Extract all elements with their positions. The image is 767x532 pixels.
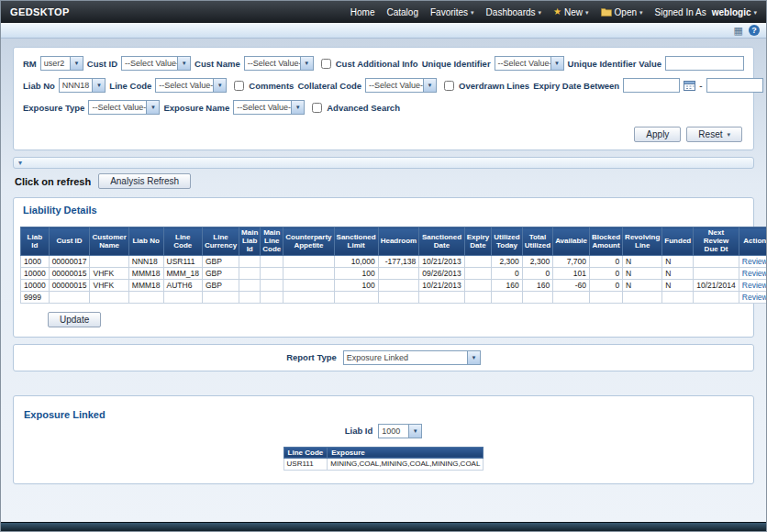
- cust-name-select-value: --Select Value--: [245, 59, 300, 68]
- column-header: Next Review Due Dt: [694, 227, 739, 256]
- exposure-type-select-value: --Select Value--: [89, 103, 146, 112]
- column-header: Blocked Amount: [589, 227, 622, 256]
- exposure-table-header: Line CodeExposure: [283, 447, 484, 458]
- cust-id-label: Cust ID: [87, 59, 117, 69]
- nav-dashboards-label: Dashboards: [486, 7, 536, 17]
- table-row[interactable]: 100000000017NNN18USR111GBP10,000-177,138…: [21, 255, 767, 267]
- table-row[interactable]: 9999ReviewN: [21, 291, 767, 303]
- reset-button[interactable]: Reset▾: [686, 127, 742, 142]
- calendar-icon[interactable]: [684, 80, 695, 91]
- exposure-name-label: Exposure Name: [163, 103, 229, 113]
- review-link[interactable]: Review: [742, 293, 766, 302]
- new-icon: ★: [553, 7, 561, 17]
- unique-identifier-select-value: --Select Value--: [495, 59, 550, 68]
- line-code-select[interactable]: --Select Value--▼: [155, 78, 227, 93]
- table-row[interactable]: USR111MINING,COAL,MINING,COAL,MINING,COA…: [283, 458, 484, 470]
- table-cell: 1000: [21, 255, 50, 267]
- overdrawn-lines-checkbox[interactable]: [444, 81, 454, 91]
- cust-name-select[interactable]: --Select Value--▼: [244, 56, 314, 71]
- table-cell: GBP: [202, 255, 239, 267]
- signed-in-menu[interactable]: Signed In Asweblogic▾: [655, 7, 757, 17]
- expiry-date-from-input[interactable]: [623, 78, 680, 93]
- expiry-date-to-input[interactable]: [706, 78, 763, 93]
- cust-id-select[interactable]: --Select Value--▼: [121, 56, 191, 71]
- table-cell: 2,300: [492, 255, 522, 267]
- cust-name-label: Cust Name: [195, 59, 240, 69]
- table-cell: [589, 291, 622, 303]
- table-cell: [261, 291, 283, 303]
- advanced-search-checkbox[interactable]: [312, 103, 322, 113]
- table-cell: [492, 291, 522, 303]
- nav-catalog[interactable]: Catalog: [387, 7, 418, 17]
- chevron-down-icon: ▼: [70, 57, 83, 70]
- table-row[interactable]: 1000000000015VHFKMMM18MMM_18GBP10009/26/…: [21, 267, 767, 279]
- collapse-icon[interactable]: ▾: [18, 160, 22, 167]
- application-window: GEDSKTOP Home Catalog Favorites▾ Dashboa…: [0, 0, 767, 532]
- table-cell: 00000015: [49, 267, 90, 279]
- liability-table-header: Liab IdCust IDCustomer NameLiab NoLine C…: [21, 227, 767, 256]
- comments-label: Comments: [249, 81, 294, 91]
- table-cell: [202, 291, 239, 303]
- unique-identifier-label: Unique Identifier: [422, 59, 491, 69]
- table-cell: 10/21/2013: [419, 255, 465, 267]
- rm-select[interactable]: user2▼: [40, 56, 83, 71]
- liab-no-select[interactable]: NNN18▼: [59, 78, 106, 93]
- table-cell: [239, 267, 261, 279]
- update-button[interactable]: Update: [48, 312, 101, 327]
- column-header: Liab No: [128, 227, 163, 256]
- table-cell: 10/21/2013: [419, 279, 465, 291]
- table-cell: N: [623, 255, 662, 267]
- table-cell: 10/21/2014: [694, 279, 739, 291]
- table-cell: [334, 291, 378, 303]
- toolbar-grid-icon[interactable]: ▦: [734, 26, 743, 36]
- nav-favorites[interactable]: Favorites▾: [430, 7, 474, 17]
- review-link[interactable]: Review: [742, 269, 766, 278]
- unique-identifier-value-input[interactable]: [665, 56, 744, 71]
- unique-identifier-select[interactable]: --Select Value--▼: [495, 56, 564, 71]
- expiry-date-between-text: Between: [584, 81, 619, 91]
- column-header: Line Currency: [202, 227, 239, 256]
- table-cell: -60: [553, 279, 590, 291]
- table-cell: N: [623, 279, 662, 291]
- liab-id-row: Liab Id 1000▼: [345, 424, 423, 438]
- table-cell: [261, 267, 283, 279]
- nav-dashboards[interactable]: Dashboards▾: [486, 7, 541, 17]
- review-link[interactable]: Review: [742, 257, 766, 266]
- table-cell: [49, 291, 90, 303]
- exposure-type-select[interactable]: --Select Value--▼: [88, 100, 160, 115]
- search-filter-panel: RM user2▼ Cust ID --Select Value--▼ Cust…: [13, 47, 754, 150]
- report-type-select[interactable]: Exposure Linked▼: [343, 350, 481, 365]
- exposure-table-body: USR111MINING,COAL,MINING,COAL,MINING,COA…: [283, 458, 484, 470]
- apply-button[interactable]: Apply: [634, 127, 681, 142]
- nav-new[interactable]: ★New▾: [553, 7, 589, 17]
- report-type-panel: Report Type Exposure Linked▼: [13, 344, 754, 371]
- table-cell: 09/26/2013: [419, 267, 465, 279]
- chevron-down-icon: ▼: [408, 425, 421, 438]
- analysis-refresh-button[interactable]: Analysis Refresh: [98, 173, 191, 189]
- nav-home[interactable]: Home: [350, 7, 375, 17]
- global-nav: Home Catalog Favorites▾ Dashboards▾ ★New…: [350, 7, 757, 17]
- review-link[interactable]: Review: [742, 281, 766, 290]
- exposure-name-select[interactable]: --Select Value--▼: [233, 100, 305, 115]
- update-button-label: Update: [60, 315, 89, 325]
- liab-no-label: Liab No: [23, 81, 55, 91]
- table-header-row: Line CodeExposure: [283, 447, 484, 458]
- table-cell: GBP: [202, 267, 239, 279]
- table-cell: [464, 255, 491, 267]
- table-cell: [239, 255, 261, 267]
- column-header: Exposure: [328, 447, 484, 458]
- cust-additional-info-checkbox[interactable]: [321, 59, 331, 69]
- help-icon[interactable]: ?: [749, 25, 760, 36]
- column-header: Sanctioned Limit: [334, 227, 378, 256]
- chevron-down-icon: ▼: [300, 57, 313, 70]
- collateral-code-select[interactable]: --Select Value--▼: [365, 78, 437, 93]
- chevron-down-icon: ▼: [550, 57, 563, 70]
- chevron-down-icon: ▼: [291, 101, 304, 114]
- comments-checkbox[interactable]: [234, 81, 244, 91]
- nav-open[interactable]: Open▾: [601, 7, 643, 17]
- column-header: Available: [553, 227, 590, 256]
- table-cell: GBP: [202, 279, 239, 291]
- table-cell: 160: [522, 279, 552, 291]
- liab-id-select[interactable]: 1000▼: [378, 424, 422, 438]
- table-row[interactable]: 1000000000015VHFKMMM18AUTH6GBP10010/21/2…: [21, 279, 767, 291]
